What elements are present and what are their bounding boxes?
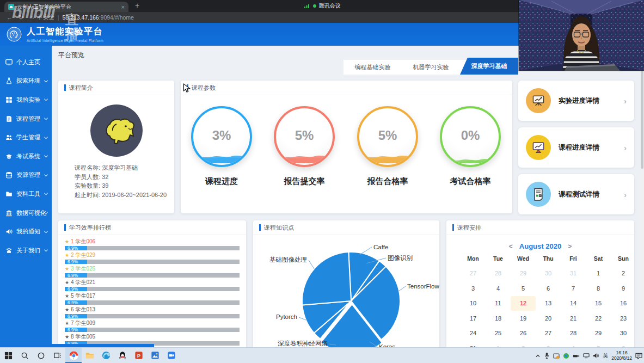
sidebar-item-3[interactable]: 我的实验 [0,90,52,109]
calendar-day[interactable]: 27 [536,326,561,341]
presenter-webcam-overlay[interactable] [519,0,644,71]
ranking-bar: 6.9% [65,246,240,250]
calendar-next-button[interactable]: > [568,243,572,250]
tab-close-icon[interactable]: × [121,4,125,10]
calendar-day[interactable]: 21 [561,311,586,326]
calendar-day[interactable]: 4 [486,281,511,296]
sidebar-item-10[interactable]: 我的通知 [0,222,52,241]
calendar-day[interactable]: 1 [586,266,611,281]
antivirus-icon[interactable] [563,353,569,359]
tab-2[interactable]: 机器学习实验 [402,60,460,75]
calendar-day[interactable]: 24 [461,326,486,341]
microphone-icon[interactable] [544,352,550,359]
url-rest: :9094/#/home [99,14,134,21]
calendar-day[interactable]: 14 [561,296,586,311]
detail-card-2[interactable]: 课程进度详情› [518,127,634,168]
sidebar-item-9[interactable]: 数据可视化 [0,204,52,223]
usb-device-icon[interactable] [573,353,580,359]
start-taskbar-button[interactable] [0,348,16,363]
search-taskbar-button[interactable] [16,348,33,363]
back-icon[interactable]: ← [7,14,13,21]
task-view-taskbar-button[interactable] [49,348,65,363]
notification-center-icon[interactable] [635,353,642,359]
calendar-day[interactable]: 31 [561,266,586,281]
tab-3[interactable]: 深度学习基础 [460,58,518,75]
gauge-circle: 5% [357,106,418,167]
gauge-value: 0% [442,128,499,143]
calendar-day[interactable]: 16 [611,296,634,311]
calendar-day[interactable]: 22 [586,311,611,326]
volume-icon[interactable] [593,353,599,359]
new-tab-button[interactable]: + [135,1,139,10]
scrollbar-thumb[interactable] [641,71,643,169]
calendar-day[interactable]: 8 [586,281,611,296]
calendar-day[interactable]: 29 [511,266,536,281]
calendar-day[interactable]: 11 [486,296,511,311]
calendar-day[interactable]: 18 [486,311,511,326]
calendar-prev-button[interactable]: < [509,243,513,250]
sidebar-item-6[interactable]: 考试系统 [0,147,52,166]
chevron-up-icon[interactable] [535,353,541,359]
meeting-taskbar-button[interactable] [163,348,180,363]
sidebar-item-5[interactable]: 学生管理 [0,128,52,147]
calendar-day[interactable]: 7 [561,281,586,296]
powerpoint-icon: P [134,351,143,360]
edge-taskbar-button[interactable] [98,348,114,363]
ranking-item: ★7 学生0096.9% [65,320,240,332]
chrome-taskbar-button[interactable] [65,348,82,363]
photos-taskbar-button[interactable] [147,348,163,363]
projector-icon[interactable] [583,353,590,359]
calendar-day[interactable]: 6 [536,281,561,296]
browser-tab[interactable]: 云创人工智能实验平台 × [4,2,128,12]
sidebar-item-7[interactable]: 资源管理 [0,166,52,185]
cortana-taskbar-button[interactable] [33,348,49,363]
sidebar-item-11[interactable]: 关于我们 [0,241,52,260]
platform-logo-icon [7,27,22,42]
calendar-day[interactable]: 17 [461,311,486,326]
refresh-icon[interactable]: ↻ [19,14,23,21]
calendar-day[interactable]: 25 [486,326,511,341]
sidebar-item-1[interactable]: 个人主页 [0,53,52,72]
detail-card-3[interactable]: 课程测试详情› [518,174,634,214]
calendar-day[interactable]: 29 [586,326,611,341]
taskbar-clock[interactable]: 16:162020/8/12 [611,350,632,361]
tab-1[interactable]: 编程基础实验 [344,60,402,75]
calendar-day[interactable]: 15 [586,296,611,311]
url-field[interactable]: ⚠ 不安全 | 58.213.47.166:9094/#/home [29,14,134,21]
chevron-right-icon: › [624,143,627,152]
sidebar-item-label: 资源管理 [16,171,40,179]
screenshot-tool-icon[interactable] [553,353,560,359]
calendar-day[interactable]: 27 [461,266,486,281]
calendar-day[interactable]: 30 [611,326,634,341]
sidebar-item-4[interactable]: 课程管理 [0,109,52,128]
calendar-day[interactable]: 30 [536,266,561,281]
sidebar-item-8[interactable]: 资料工具 [0,184,52,204]
calendar-day[interactable]: 3 [461,281,486,296]
calendar-day[interactable]: 5 [511,281,536,296]
meeting-indicator[interactable]: 腾讯会议 [304,0,341,12]
calendar-day[interactable]: 23 [611,311,634,326]
calendar-day[interactable]: 12 [511,296,536,311]
pie-slice-7[interactable] [302,252,351,305]
page-scrollbar[interactable] [640,46,644,347]
detail-card-1[interactable]: 实验进度详情› [518,81,634,121]
gauge-label: 考试合格率 [440,176,501,187]
app-subtitle: Artificial Intelligence Experimental Pla… [27,39,103,42]
ranking-bar: 6.9% [65,287,240,291]
calendar-day[interactable]: 28 [561,326,586,341]
calendar-day[interactable]: 10 [461,296,486,311]
language-indicator[interactable]: 英 [603,352,608,360]
calendar-day[interactable]: 20 [536,311,561,326]
qq-taskbar-button[interactable] [114,348,131,363]
ranking-name: 4 学生021 [71,279,95,286]
calendar-day[interactable]: 28 [486,266,511,281]
calendar-day[interactable]: 19 [511,311,536,326]
calendar-day-header: Mon [461,255,486,262]
powerpoint-taskbar-button[interactable]: P [131,348,147,363]
calendar-day[interactable]: 2 [611,266,634,281]
calendar-day[interactable]: 9 [611,281,634,296]
sidebar-item-2[interactable]: 探索环境 [0,72,52,91]
calendar-day[interactable]: 26 [511,326,536,341]
calendar-day[interactable]: 13 [536,296,561,311]
file-explorer-taskbar-button[interactable] [82,348,98,363]
